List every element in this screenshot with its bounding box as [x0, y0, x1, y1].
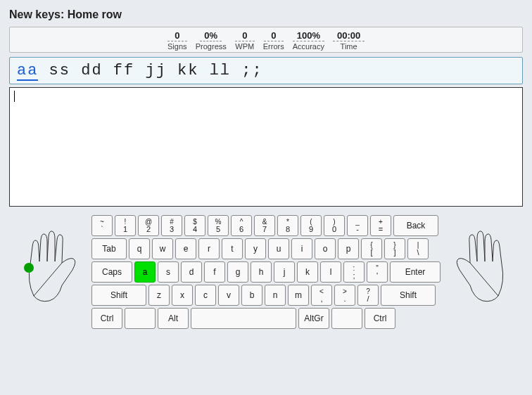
typing-input[interactable] [9, 87, 523, 207]
key-backspace[interactable]: Back [393, 215, 438, 236]
key-f[interactable]: f [204, 261, 225, 283]
key-j[interactable]: j [274, 261, 295, 283]
key-d[interactable]: d [181, 261, 202, 283]
key-6[interactable]: ^6 [231, 215, 252, 236]
stat-progress-value: 0% [200, 30, 222, 41]
key-h[interactable]: h [251, 261, 272, 283]
stat-accuracy-value: 100% [293, 30, 324, 41]
key-s[interactable]: s [158, 261, 179, 283]
target-rest: ss dd ff jj kk ll ;; [38, 62, 262, 79]
key-y[interactable]: y [245, 238, 266, 259]
key-0[interactable]: )0 [324, 215, 345, 236]
key-shift-right[interactable]: Shift [381, 285, 436, 306]
stat-time-value: 00:00 [333, 30, 365, 41]
stat-progress-label: Progress [196, 42, 227, 51]
key-k[interactable]: k [297, 261, 318, 283]
key-punct-.[interactable]: >. [334, 285, 355, 306]
key-ctrl-right[interactable]: Ctrl [365, 308, 395, 329]
key--[interactable]: _- [347, 215, 368, 236]
key-2[interactable]: @2 [138, 215, 159, 236]
key-l[interactable]: l [320, 261, 341, 283]
key-e[interactable]: e [175, 238, 196, 259]
key-punct-/[interactable]: ?/ [357, 285, 379, 306]
key-3[interactable]: #3 [161, 215, 182, 236]
key-caps[interactable]: Caps [91, 261, 132, 283]
stat-accuracy: 100% Accuracy [293, 30, 324, 51]
key-r[interactable]: r [198, 238, 220, 259]
stat-signs: 0 Signs [167, 30, 187, 51]
stat-time-label: Time [341, 42, 357, 51]
stat-errors-value: 0 [264, 30, 284, 41]
key-space[interactable] [191, 308, 296, 329]
key-t[interactable]: t [222, 238, 243, 259]
key-8[interactable]: *8 [277, 215, 298, 236]
key-w[interactable]: w [152, 238, 173, 259]
stat-wpm-label: WPM [235, 42, 254, 51]
stat-signs-label: Signs [167, 42, 187, 51]
lesson-title: New keys: Home row [0, 0, 532, 27]
key-7[interactable]: &7 [254, 215, 275, 236]
stat-wpm-value: 0 [235, 30, 255, 41]
key-4[interactable]: $4 [184, 215, 205, 236]
key-n[interactable]: n [265, 285, 286, 306]
key-quote[interactable]: "' [367, 261, 388, 283]
key-a[interactable]: a [134, 261, 156, 283]
stat-progress: 0% Progress [196, 30, 227, 51]
key-[[interactable]: {[ [361, 238, 382, 259]
key-shift-left[interactable]: Shift [91, 285, 146, 306]
key-tab[interactable]: Tab [91, 238, 127, 259]
key-enter[interactable]: Enter [390, 261, 441, 283]
key-=[interactable]: += [370, 215, 391, 236]
key-semicolon[interactable]: :; [343, 261, 365, 283]
key-v[interactable]: v [218, 285, 239, 306]
key-z[interactable]: z [148, 285, 170, 306]
key-][interactable]: }] [384, 238, 405, 259]
target-text: aa ss dd ff jj kk ll ;; [9, 57, 523, 84]
stat-wpm: 0 WPM [235, 30, 255, 51]
key-punct-,[interactable]: <, [311, 285, 332, 306]
key-m[interactable]: m [288, 285, 309, 306]
key-`[interactable]: ~` [91, 215, 113, 236]
key-\[interactable]: |\ [407, 238, 429, 259]
virtual-keyboard: ~`!1@2#3$4%5^6&7*8(9)0_-+=Back Tabqwerty… [91, 215, 441, 329]
key-u[interactable]: u [268, 238, 289, 259]
key-blank-1[interactable] [125, 308, 156, 329]
key-altgr[interactable]: AltGr [298, 308, 329, 329]
key-p[interactable]: p [338, 238, 359, 259]
key-blank-2[interactable] [331, 308, 362, 329]
key-i[interactable]: i [291, 238, 312, 259]
key-9[interactable]: (9 [300, 215, 322, 236]
cursor [14, 91, 15, 102]
key-1[interactable]: !1 [115, 215, 136, 236]
left-hand [20, 215, 83, 306]
stats-bar: 0 Signs 0% Progress 0 WPM 0 Errors 100% … [9, 27, 523, 53]
stat-accuracy-label: Accuracy [293, 42, 324, 51]
key-alt[interactable]: Alt [158, 308, 189, 329]
stat-time: 00:00 Time [333, 30, 365, 51]
key-c[interactable]: c [195, 285, 216, 306]
stat-signs-value: 0 [167, 30, 187, 41]
key-5[interactable]: %5 [208, 215, 229, 236]
target-next-chars: aa [17, 62, 38, 81]
key-b[interactable]: b [241, 285, 262, 306]
key-x[interactable]: x [172, 285, 193, 306]
key-o[interactable]: o [315, 238, 336, 259]
stat-errors: 0 Errors [263, 30, 284, 51]
right-hand [449, 215, 512, 306]
active-finger-indicator [24, 263, 34, 273]
keyboard-area: ~`!1@2#3$4%5^6&7*8(9)0_-+=Back Tabqwerty… [0, 215, 532, 329]
stat-errors-label: Errors [263, 42, 284, 51]
key-q[interactable]: q [129, 238, 150, 259]
key-ctrl-left[interactable]: Ctrl [91, 308, 122, 329]
key-g[interactable]: g [227, 261, 248, 283]
